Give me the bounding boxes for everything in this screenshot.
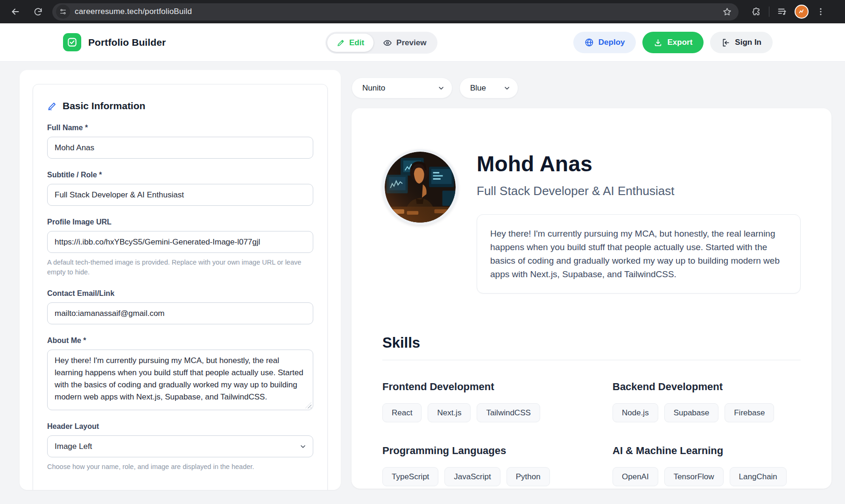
preview-name: Mohd Anas <box>477 153 801 175</box>
skills-divider <box>382 360 801 360</box>
skill-chips-row: OpenAITensorFlowLangChain <box>613 467 801 486</box>
address-bar[interactable]: careerresume.tech/portfolioBuild <box>52 3 739 21</box>
skill-group: Backend DevelopmentNode.jsSupabaseFireba… <box>613 381 801 422</box>
skill-group-title: AI & Machine Learning <box>613 445 801 457</box>
portfolio-preview: Mohd Anas Full Stack Developer & AI Enth… <box>352 108 831 489</box>
eye-icon <box>383 38 392 48</box>
brand: Portfolio Builder <box>63 33 166 51</box>
tab-preview[interactable]: Preview <box>373 34 436 52</box>
form-title-text: Basic Information <box>63 100 145 112</box>
skill-chip: Next.js <box>428 403 471 422</box>
download-icon <box>654 38 662 47</box>
app-logo-icon <box>63 33 81 51</box>
subtitle-input[interactable] <box>47 184 313 206</box>
header-layout-helper: Choose how your name, role, and image ar… <box>47 462 313 472</box>
image-url-label: Profile Image URL <box>47 218 313 226</box>
skill-chip: TypeScript <box>382 467 438 486</box>
skill-chip: JavaScript <box>444 467 500 486</box>
signin-button[interactable]: Sign In <box>710 32 773 53</box>
toolbar-separator <box>769 7 769 17</box>
header-actions: Deploy Export Sign In <box>573 32 773 53</box>
skill-chip: TailwindCSS <box>477 403 540 422</box>
about-textarea[interactable]: Hey there! I'm currently pursuing my MCA… <box>47 350 313 410</box>
theme-select-pill: Blue <box>459 77 518 98</box>
editor-panel: Basic Information Full Name * Subtitle /… <box>20 70 341 490</box>
media-playlist-icon[interactable] <box>777 7 787 17</box>
skills-heading: Skills <box>382 335 801 351</box>
header-layout-label: Header Layout <box>47 422 313 431</box>
theme-select[interactable]: Blue <box>460 78 518 98</box>
skill-chip: OpenAI <box>613 467 658 486</box>
skill-chip: React <box>382 403 422 422</box>
preview-header: Mohd Anas Full Stack Developer & AI Enth… <box>352 108 831 294</box>
bookmark-star-icon[interactable] <box>719 7 735 17</box>
skill-chip: LangChain <box>730 467 787 486</box>
site-settings-icon[interactable] <box>56 5 70 19</box>
skill-group: Frontend DevelopmentReactNext.jsTailwind… <box>382 381 570 422</box>
image-url-helper: A default tech-themed image is provided.… <box>47 258 313 277</box>
browser-toolbar-right <box>752 5 825 19</box>
tab-edit[interactable]: Edit <box>327 34 373 52</box>
browser-menu-icon[interactable] <box>816 7 825 16</box>
pencil-icon <box>337 39 345 47</box>
skill-group: AI & Machine LearningOpenAITensorFlowLan… <box>613 445 801 486</box>
tab-edit-label: Edit <box>349 38 364 48</box>
image-url-input[interactable] <box>47 231 313 253</box>
skills-grid: Frontend DevelopmentReactNext.jsTailwind… <box>382 381 801 486</box>
app-title: Portfolio Builder <box>88 37 166 48</box>
skill-chip: Supabase <box>664 403 719 422</box>
skill-chips-row: ReactNext.jsTailwindCSS <box>382 403 570 422</box>
skill-chips-row: TypeScriptJavaScriptPython <box>382 467 570 486</box>
preview-about-card: Hey there! I'm currently pursuing my MCA… <box>477 214 801 294</box>
font-select-pill: Nunito <box>352 77 452 98</box>
skill-group-title: Programming Languages <box>382 445 570 457</box>
export-label: Export <box>667 38 692 47</box>
contact-label: Contact Email/Link <box>47 289 313 298</box>
header-layout-select[interactable]: Image Left <box>47 435 313 457</box>
deploy-button[interactable]: Deploy <box>573 32 636 53</box>
browser-chrome: careerresume.tech/portfolioBuild <box>0 0 845 23</box>
contact-input[interactable] <box>47 302 313 324</box>
deploy-label: Deploy <box>599 38 625 47</box>
profile-avatar <box>382 149 458 225</box>
basic-information-card: Basic Information Full Name * Subtitle /… <box>33 84 328 490</box>
skill-chip: TensorFlow <box>664 467 724 486</box>
form-section-title: Basic Information <box>47 100 313 112</box>
skill-group: Programming LanguagesTypeScriptJavaScrip… <box>382 445 570 486</box>
skill-chip: Node.js <box>613 403 658 422</box>
full-name-label: Full Name * <box>47 124 313 132</box>
edit-preview-toggle: Edit Preview <box>325 32 437 54</box>
browser-profile-avatar[interactable] <box>795 5 809 19</box>
back-icon[interactable] <box>7 4 23 20</box>
skill-chips-row: Node.jsSupabaseFirebase <box>613 403 801 422</box>
skill-chip: Firebase <box>725 403 774 422</box>
url-text[interactable]: careerresume.tech/portfolioBuild <box>75 7 192 16</box>
login-icon <box>721 38 730 47</box>
skill-group-title: Backend Development <box>613 381 801 393</box>
globe-icon <box>584 38 594 47</box>
preview-identity: Mohd Anas Full Stack Developer & AI Enth… <box>477 149 801 294</box>
font-select[interactable]: Nunito <box>352 78 452 98</box>
skill-chip: Python <box>507 467 550 486</box>
full-name-input[interactable] <box>47 137 313 159</box>
edit-pencil-icon <box>47 101 57 111</box>
extensions-icon[interactable] <box>752 7 761 17</box>
skill-group-title: Frontend Development <box>382 381 570 393</box>
export-button[interactable]: Export <box>642 32 704 53</box>
signin-label: Sign In <box>735 38 761 47</box>
subtitle-label: Subtitle / Role * <box>47 171 313 179</box>
skills-section: Skills Frontend DevelopmentReactNext.jsT… <box>382 335 801 486</box>
about-label: About Me * <box>47 336 313 345</box>
reload-icon[interactable] <box>30 4 46 20</box>
tab-preview-label: Preview <box>396 38 426 48</box>
preview-role: Full Stack Developer & AI Enthusiast <box>477 184 801 198</box>
app-header: Portfolio Builder Edit Preview Deploy <box>0 23 845 62</box>
